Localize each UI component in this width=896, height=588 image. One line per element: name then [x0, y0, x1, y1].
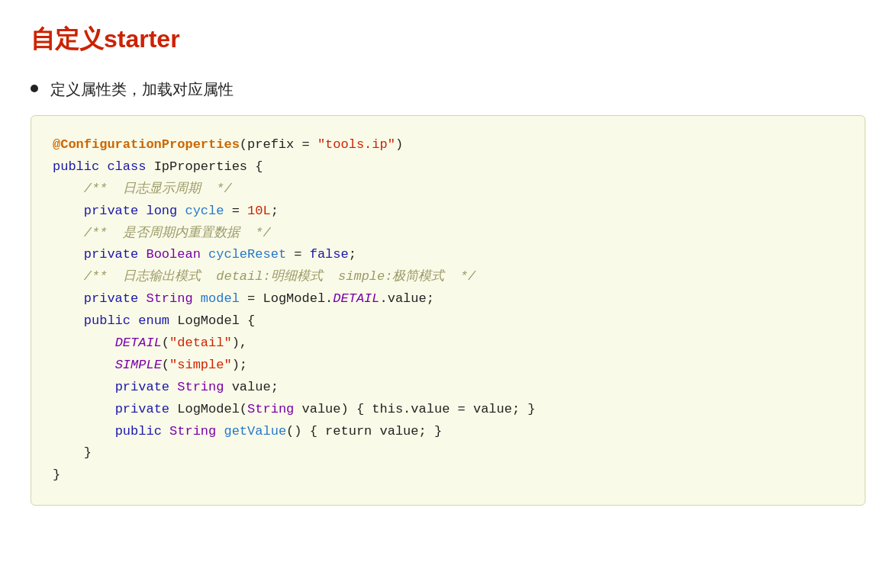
field-model: model: [201, 291, 240, 306]
kw-class: class: [107, 159, 146, 174]
prefix-string: "tools.ip": [317, 137, 395, 152]
field-cycle: cycle: [185, 204, 224, 218]
comment-reset: /** 是否周期内重置数据 */: [84, 226, 271, 240]
type-boolean: Boolean: [146, 247, 200, 262]
kw-public-3: public: [115, 424, 162, 439]
type-string-1: String: [146, 291, 192, 306]
type-string-4: String: [169, 424, 216, 439]
code-block: @ConfigurationProperties(prefix = "tools…: [31, 115, 865, 506]
type-string-3: String: [247, 402, 294, 416]
field-cyclereset: cycleReset: [208, 247, 286, 262]
method-getvalue: getValue: [224, 424, 286, 439]
annotation-close-paren: ): [395, 137, 403, 152]
kw-private-1: private: [84, 204, 138, 218]
comment-cycle: /** 日志显示周期 */: [84, 182, 232, 196]
kw-false: false: [310, 247, 349, 262]
enum-detail: DETAIL: [333, 291, 379, 306]
annotation-open-paren: (prefix =: [240, 137, 317, 152]
page-title: 自定义starter: [31, 23, 865, 56]
enum-simple-value: SIMPLE: [115, 358, 162, 372]
type-string-2: String: [177, 380, 224, 394]
str-detail: "detail": [169, 336, 232, 350]
bullet-item: 定义属性类，加载对应属性: [31, 79, 865, 100]
kw-long: long: [146, 204, 177, 218]
kw-private-2: private: [84, 247, 138, 262]
kw-public-2: public: [84, 313, 131, 328]
annotation: @ConfigurationProperties: [53, 137, 240, 152]
num-10l: 10L: [247, 204, 271, 218]
str-simple: "simple": [169, 358, 232, 372]
comment-model: /** 日志输出模式 detail:明细模式 simple:极简模式 */: [84, 269, 475, 284]
kw-private-3: private: [84, 291, 138, 306]
bullet-dot: [31, 85, 38, 92]
kw-public: public: [53, 159, 99, 174]
kw-private-4: private: [115, 380, 169, 394]
enum-detail-value: DETAIL: [115, 336, 162, 350]
bullet-text: 定义属性类，加载对应属性: [50, 79, 234, 100]
kw-private-5: private: [115, 402, 169, 416]
kw-enum: enum: [138, 313, 169, 328]
